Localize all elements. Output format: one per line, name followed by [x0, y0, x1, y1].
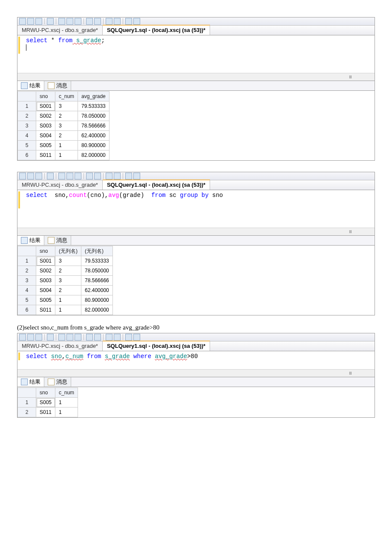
cell[interactable]: 80.900000	[81, 295, 113, 305]
cell[interactable]: 3	[55, 121, 78, 131]
toolbar-icon[interactable]	[27, 173, 34, 179]
toolbar-icon[interactable]	[125, 173, 132, 179]
cell[interactable]: S001	[36, 101, 55, 111]
toolbar-icon[interactable]	[19, 173, 26, 179]
toolbar-icon[interactable]	[114, 334, 121, 341]
table-row[interactable]: 2S0111	[18, 408, 78, 417]
cell[interactable]: S002	[36, 111, 55, 121]
toolbar-icon[interactable]	[114, 18, 121, 25]
sql-editor[interactable]: select sno,c_num from s_grade where avg_…	[17, 351, 375, 369]
toolbar-icon[interactable]	[75, 173, 81, 179]
results-grid-3[interactable]: sno c_num 1S0051 2S0111	[17, 387, 78, 417]
toolbar-icon[interactable]	[66, 334, 73, 341]
tab-messages[interactable]: 消息	[44, 236, 71, 245]
tab-sgrade[interactable]: MRWU-PC.xscj - dbo.s_grade*	[17, 341, 103, 351]
cell[interactable]: S003	[36, 276, 55, 286]
table-row[interactable]: 5S005180.900000	[18, 141, 110, 150]
toolbar-icon[interactable]	[133, 334, 140, 341]
col-header[interactable]: (无列名)	[81, 246, 113, 256]
cell[interactable]: 1	[55, 150, 78, 160]
tab-results[interactable]: 结果	[17, 81, 44, 90]
tab-messages[interactable]: 消息	[44, 377, 71, 387]
cell[interactable]: 82.000000	[81, 305, 113, 315]
tab-sqlquery[interactable]: SQLQuery1.sql - (local).xscj (sa (53))*	[103, 341, 210, 351]
table-row[interactable]: 1S0051	[18, 398, 78, 408]
toolbar-icon[interactable]	[94, 18, 101, 25]
toolbar-icon[interactable]	[47, 173, 54, 179]
table-row[interactable]: 3S003378.566666	[18, 121, 110, 131]
cell[interactable]: 1	[55, 398, 78, 408]
table-row[interactable]: 6S011182.000000	[18, 305, 113, 315]
table-row[interactable]: 1S001379.533333	[18, 101, 110, 111]
toolbar-icon[interactable]	[86, 18, 93, 25]
cell[interactable]: 79.533333	[81, 256, 113, 266]
cell[interactable]: 2	[55, 266, 81, 276]
cell[interactable]: S011	[36, 150, 55, 160]
tab-sqlquery[interactable]: SQLQuery1.sql - (local).xscj (sa (53))*	[103, 25, 210, 35]
cell[interactable]: 3	[55, 256, 81, 266]
tab-results[interactable]: 结果	[17, 377, 44, 387]
toolbar-icon[interactable]	[125, 18, 132, 25]
cell[interactable]: 2	[55, 131, 78, 141]
toolbar-icon[interactable]	[75, 334, 81, 341]
toolbar-icon[interactable]	[133, 173, 140, 179]
cell[interactable]: 82.000000	[78, 150, 110, 160]
col-header[interactable]: sno	[36, 92, 55, 101]
table-row[interactable]: 2S002278.050000	[18, 266, 113, 276]
table-row[interactable]: 2S002278.050000	[18, 111, 110, 121]
cell[interactable]: 2	[55, 111, 78, 121]
toolbar-icon[interactable]	[58, 173, 65, 179]
toolbar-icon[interactable]	[94, 173, 101, 179]
sql-editor[interactable]: select sno,count(cno),avg(grade) from sc…	[17, 190, 375, 228]
sql-editor[interactable]: select * from s_grade;	[17, 35, 375, 73]
cell[interactable]: 62.400000	[78, 131, 110, 141]
table-row[interactable]: 3S003378.566666	[18, 276, 113, 286]
col-header[interactable]: c_num	[55, 388, 78, 398]
toolbar-icon[interactable]	[86, 334, 93, 341]
toolbar-icon[interactable]	[125, 334, 132, 341]
toolbar-icon[interactable]	[47, 18, 54, 25]
table-row[interactable]: 1S001379.533333	[18, 256, 113, 266]
cell[interactable]: S011	[36, 305, 55, 315]
toolbar-icon[interactable]	[75, 18, 81, 25]
col-header[interactable]: sno	[36, 246, 55, 256]
cell[interactable]: 79.533333	[78, 101, 110, 111]
toolbar-icon[interactable]	[19, 334, 26, 341]
col-header[interactable]: avg_grade	[78, 92, 110, 101]
toolbar-icon[interactable]	[47, 334, 54, 341]
toolbar-icon[interactable]	[133, 18, 140, 25]
toolbar-icon[interactable]	[66, 18, 73, 25]
col-header[interactable]: c_num	[55, 92, 78, 101]
cell[interactable]: 3	[55, 276, 81, 286]
cell[interactable]: S002	[36, 266, 55, 276]
toolbar-icon[interactable]	[27, 334, 34, 341]
toolbar-icon[interactable]	[94, 334, 101, 341]
toolbar-icon[interactable]	[27, 18, 34, 25]
table-row[interactable]: 4S004262.400000	[18, 131, 110, 141]
toolbar-icon[interactable]	[35, 18, 42, 25]
cell[interactable]: S011	[36, 408, 55, 417]
cell[interactable]: 1	[55, 141, 78, 150]
cell[interactable]: 80.900000	[78, 141, 110, 150]
toolbar-icon[interactable]	[66, 173, 73, 179]
cell[interactable]: 3	[55, 101, 78, 111]
toolbar-icon[interactable]	[58, 18, 65, 25]
col-header[interactable]: sno	[36, 388, 55, 398]
editor-scrollbar[interactable]: Ⅲ	[17, 228, 375, 235]
cell[interactable]: S003	[36, 121, 55, 131]
tab-messages[interactable]: 消息	[44, 81, 71, 90]
cell[interactable]: S004	[36, 131, 55, 141]
cell[interactable]: 78.050000	[78, 111, 110, 121]
cell[interactable]: 1	[55, 305, 81, 315]
table-row[interactable]: 4S004262.400000	[18, 286, 113, 295]
results-grid-2[interactable]: sno (无列名) (无列名) 1S001379.533333 2S002278…	[17, 246, 113, 315]
toolbar-icon[interactable]	[35, 334, 42, 341]
cell[interactable]: S005	[36, 398, 55, 408]
cell[interactable]: S005	[36, 295, 55, 305]
toolbar-icon[interactable]	[106, 173, 112, 179]
toolbar-icon[interactable]	[106, 334, 112, 341]
results-grid-1[interactable]: sno c_num avg_grade 1S001379.533333 2S00…	[17, 91, 110, 160]
cell[interactable]: S001	[36, 256, 55, 266]
cell[interactable]: 78.050000	[81, 266, 113, 276]
toolbar-icon[interactable]	[58, 334, 65, 341]
